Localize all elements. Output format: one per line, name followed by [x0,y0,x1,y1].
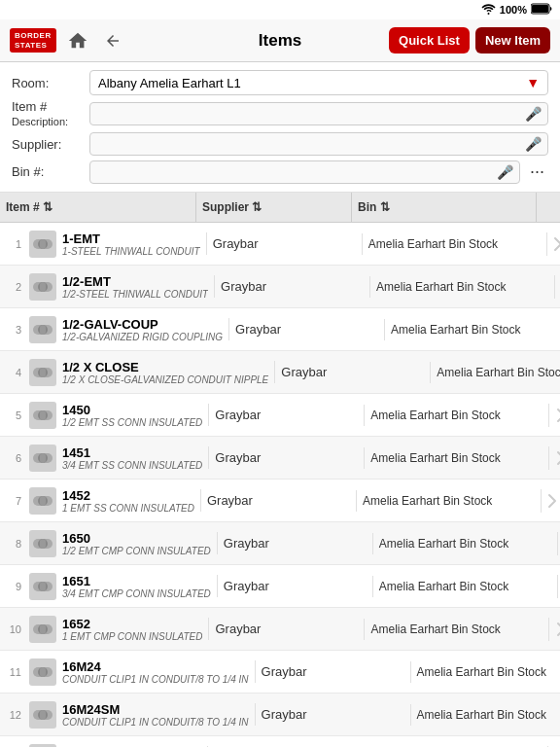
bin-cell: Amelia Earhart Bin Stock [410,704,560,726]
table-row[interactable]: 11-EMT1-STEEL THINWALL CONDUITGraybarAme… [0,223,560,266]
row-number: 3 [6,324,21,336]
svg-rect-25 [40,539,46,549]
item-text: 16501/2 EMT CMP CONN INSULATED [62,531,211,556]
item-text: 1/2-GALV-COUP1/2-GALVANIZED RIGID COUPLI… [62,317,223,342]
row-number: 12 [6,709,21,721]
bin-cell: Amelia Earhart Bin Stock [364,405,548,426]
table-row[interactable]: 1320001/2 CONDUIT HANGER W/BOLGraybarAme… [0,736,560,747]
item-image [29,316,56,343]
back-button[interactable] [99,27,126,54]
item-number: 1451 [62,445,202,460]
item-description: 1 EMT CMP CONN INSULATED [62,631,202,642]
item-cell: 1016521 EMT CMP CONN INSULATED [0,612,208,647]
supplier-cell: Graybar [217,532,372,554]
item-number: 1450 [62,403,202,417]
bin-col-header[interactable]: Bin ⇅ [352,193,537,222]
item-description: 1/2 X CLOSE-GALVANIZED CONDUIT NIPPLE [62,374,268,385]
new-item-button[interactable]: New Item [475,27,550,53]
logo-border: BORDER [15,31,52,41]
item-image [29,231,56,258]
item-text: 16M24CONDUIT CLIP1 IN CONDUIT/8 TO 1/4 I… [62,659,249,685]
table-row[interactable]: 916513/4 EMT CMP CONN INSULATEDGraybarAm… [0,565,560,608]
item-description: 3/4 EMT CMP CONN INSULATED [62,588,211,599]
item-text: 16513/4 EMT CMP CONN INSULATED [62,574,211,599]
item-number: 1/2-EMT [62,274,208,289]
bin-cell: Amelia Earhart Bin Stock [410,661,560,683]
supplier-cell: Graybar [274,361,430,383]
row-chevron-icon[interactable] [548,618,560,641]
svg-rect-31 [40,624,46,634]
table-row[interactable]: 614513/4 EMT SS CONN INSULATEDGraybarAme… [0,437,560,480]
item-text: 16521 EMT CMP CONN INSULATED [62,617,202,642]
table-row[interactable]: 41/2 X CLOSE1/2 X CLOSE-GALVANIZED CONDU… [0,351,560,394]
item-col-header[interactable]: Item # ⇅ [0,193,196,222]
item-mic-icon[interactable]: 🎤 [525,106,542,122]
row-number: 4 [6,367,21,378]
table-body: 11-EMT1-STEEL THINWALL CONDUITGraybarAme… [0,223,560,747]
bin-input[interactable] [96,164,493,179]
item-input-wrap: 🎤 [89,102,548,125]
table-row[interactable]: 21/2-EMT1/2-STEEL THINWALL CONDUITGrayba… [0,266,560,308]
svg-rect-4 [40,239,46,249]
item-description: 1/2 EMT CMP CONN INSULATED [62,546,211,556]
table-row[interactable]: 816501/2 EMT CMP CONN INSULATEDGraybarAm… [0,522,560,565]
row-chevron-icon[interactable] [548,446,560,470]
row-number: 7 [6,495,21,507]
table-row[interactable]: 1016521 EMT CMP CONN INSULATEDGraybarAme… [0,608,560,651]
supplier-filter-row: Supplier: 🎤 [12,132,548,156]
item-cell: 614513/4 EMT SS CONN INSULATED [0,441,208,476]
item-image [29,359,56,386]
supplier-input[interactable] [96,137,521,152]
item-input[interactable] [96,107,521,122]
supplier-mic-icon[interactable]: 🎤 [525,136,542,152]
bin-mic-icon[interactable]: 🎤 [497,164,513,180]
supplier-cell: Graybar [228,318,384,340]
row-number: 8 [6,538,21,550]
table-row[interactable]: 31/2-GALV-COUP1/2-GALVANIZED RIGID COUPL… [0,308,560,351]
home-button[interactable] [64,27,91,54]
row-number: 9 [6,581,21,592]
item-cell: 1216M24SMCONDUIT CLIP1 IN CONDUIT/8 TO 1… [0,697,255,732]
svg-rect-1 [532,5,548,13]
supplier-cell: Graybar [208,618,364,640]
bin-cell: Amelia Earhart Bin Stock [364,619,548,640]
row-number: 10 [6,623,21,635]
room-filter-row: Room: Albany Amelia Earhart L1 ▼ [12,70,548,95]
table-row[interactable]: 1116M24CONDUIT CLIP1 IN CONDUIT/8 TO 1/4… [0,651,560,694]
row-chevron-icon[interactable] [548,404,560,427]
table-row[interactable]: 1216M24SMCONDUIT CLIP1 IN CONDUIT/8 TO 1… [0,694,560,736]
bin-filter-row: Bin #: 🎤 ··· [12,160,548,184]
item-description: CONDUIT CLIP1 IN CONDUIT/8 TO 1/4 IN [62,674,249,685]
item-number: 1/2 X CLOSE [62,360,268,374]
supplier-input-wrap: 🎤 [89,132,548,156]
room-dropdown[interactable]: Albany Amelia Earhart L1 ▼ [89,70,548,95]
svg-rect-22 [40,496,46,506]
wifi-icon [481,3,496,17]
item-cell: 31/2-GALV-COUP1/2-GALVANIZED RIGID COUPL… [0,312,228,347]
item-text: 14501/2 EMT SS CONN INSULATED [62,403,202,428]
svg-rect-34 [40,667,46,677]
row-chevron-icon[interactable] [541,489,560,513]
supplier-label: Supplier: [12,137,89,152]
table-row[interactable]: 514501/2 EMT SS CONN INSULATEDGraybarAme… [0,394,560,437]
supplier-col-header[interactable]: Supplier ⇅ [196,193,352,222]
bin-cell: Amelia Earhart Bin Stock [362,233,546,255]
row-chevron-icon[interactable] [546,232,560,256]
item-image [29,445,56,472]
item-image [29,402,56,429]
bin-cell: Amelia Earhart Bin Stock [372,533,557,554]
table-row[interactable]: 714521 EMT SS CONN INSULATEDGraybarAmeli… [0,480,560,522]
item-image [29,573,56,600]
row-number: 6 [6,452,21,464]
status-icons: 100% [481,3,552,17]
battery-text: 100% [500,4,527,16]
more-options-button[interactable]: ··· [526,160,548,184]
action-col-header [537,193,560,222]
item-cell: 916513/4 EMT CMP CONN INSULATED [0,569,217,604]
supplier-cell: Graybar [255,660,410,683]
item-description: 1/2 EMT SS CONN INSULATED [62,417,202,428]
row-chevron-icon[interactable] [554,275,560,299]
bin-cell: Amelia Earhart Bin Stock [430,362,560,383]
item-text: 14521 EMT SS CONN INSULATED [62,488,194,514]
quick-list-button[interactable]: Quick List [389,27,470,53]
